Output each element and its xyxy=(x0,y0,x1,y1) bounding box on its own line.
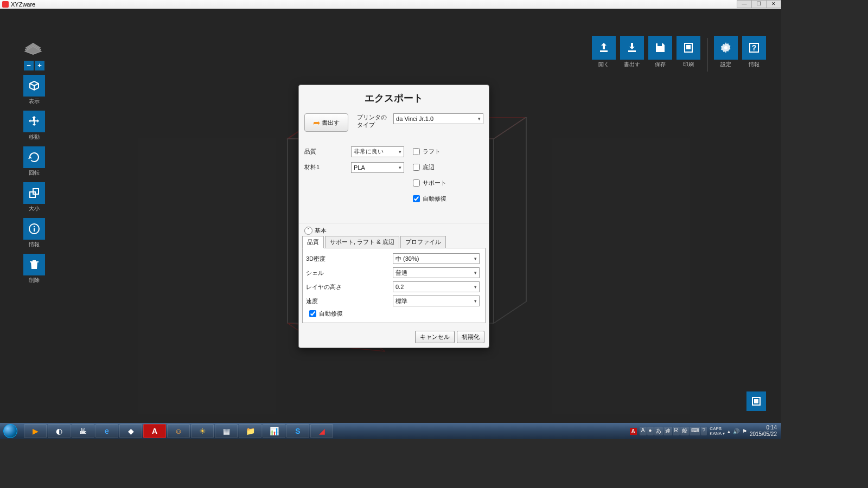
taskbar: ▶ ◐ 🖶 e ◆ A ☺ ☀ ▦ 📁 📊 S ◢ A A●あ連R般⌨? CAP… xyxy=(0,423,781,439)
taskbar-chrome[interactable]: ◐ xyxy=(48,424,71,438)
reset-button[interactable]: 初期化 xyxy=(457,331,484,343)
save-label: 保存 xyxy=(648,61,672,68)
about-label: 情報 xyxy=(742,61,766,68)
autorepair2-checkbox[interactable] xyxy=(309,310,316,317)
layer-label: レイヤの高さ xyxy=(306,283,393,291)
svg-rect-29 xyxy=(754,399,758,403)
delete-button[interactable] xyxy=(23,254,45,275)
close-button[interactable]: ✕ xyxy=(766,0,781,8)
export-dialog: エクスポート ➦書出す プリンタのタイプ da Vinci Jr.1.0 品質 … xyxy=(298,85,489,348)
move-button[interactable] xyxy=(23,111,45,132)
svg-rect-21 xyxy=(600,50,608,52)
logo-icon xyxy=(23,41,43,55)
shell-label: シェル xyxy=(306,269,393,277)
shell-select[interactable]: 普通 xyxy=(393,267,480,278)
tray-flag-icon[interactable]: ⚑ xyxy=(742,428,747,434)
printer-type-select[interactable]: da Vinci Jr.1.0 xyxy=(393,113,483,124)
support-checkbox[interactable] xyxy=(413,179,420,187)
tray-volume-icon[interactable]: 🔊 xyxy=(733,428,739,434)
dialog-title: エクスポート xyxy=(299,85,489,111)
clock[interactable]: 0:142015/05/22 xyxy=(750,425,777,438)
speed-label: 速度 xyxy=(306,297,393,305)
open-button[interactable] xyxy=(592,36,616,60)
export-button[interactable] xyxy=(620,36,644,60)
system-tray: A A●あ連R般⌨? CAPSKANA ▾ ▴ 🔊 ⚑ 0:142015/05/… xyxy=(630,425,781,438)
taskbar-xyzware[interactable]: ◢ xyxy=(310,424,333,438)
raft-checkbox[interactable] xyxy=(413,148,420,155)
quality-label: 品質 xyxy=(304,147,347,156)
taskbar-explorer[interactable]: 📁 xyxy=(239,424,261,438)
autorepair-checkbox[interactable] xyxy=(413,195,420,202)
start-button[interactable] xyxy=(0,423,21,439)
zoom-out-button[interactable]: − xyxy=(24,61,34,70)
taskbar-app4[interactable]: ▦ xyxy=(215,424,238,438)
about-button[interactable]: ? xyxy=(742,36,766,60)
info-button[interactable] xyxy=(23,218,45,240)
print-label: 印刷 xyxy=(676,61,700,68)
viewport: − + 表示 移動 回転 大小 情報 削除 開く 書出す 保存 印刷 設定 ?情… xyxy=(0,9,781,423)
tab-support[interactable]: サポート, ラフト & 底辺 xyxy=(325,236,399,248)
basic-label: 基本 xyxy=(315,227,327,235)
material-select[interactable]: PLA xyxy=(351,162,404,173)
svg-rect-24 xyxy=(686,45,691,49)
svg-rect-20 xyxy=(34,228,35,232)
panel-toggle-button[interactable] xyxy=(746,391,766,411)
cancel-button[interactable]: キャンセル xyxy=(415,331,455,343)
layer-select[interactable]: 0.2 xyxy=(393,281,480,292)
tray-adobe-icon[interactable]: A xyxy=(630,428,637,435)
info-label: 情報 xyxy=(23,241,46,248)
window-title: XYZware xyxy=(11,1,35,8)
settings-label: 設定 xyxy=(714,61,738,68)
quality-select[interactable]: 非常に良い xyxy=(351,146,404,157)
view-button[interactable] xyxy=(23,75,45,97)
taskbar-skype[interactable]: S xyxy=(286,424,309,438)
brim-checkbox[interactable] xyxy=(413,164,420,171)
svg-text:?: ? xyxy=(752,43,757,52)
open-label: 開く xyxy=(592,61,616,68)
caps-kana: CAPSKANA ▾ xyxy=(710,426,725,436)
tab-quality[interactable]: 品質 xyxy=(302,236,324,248)
windows-orb-icon xyxy=(3,424,17,438)
tray-up-icon[interactable]: ▴ xyxy=(727,428,730,434)
right-toolbar: 開く 書出す 保存 印刷 設定 ?情報 xyxy=(592,36,766,74)
titlebar: XYZware — ❐ ✕ xyxy=(0,0,781,9)
view-label: 表示 xyxy=(23,98,46,105)
minimize-button[interactable]: — xyxy=(737,0,752,8)
collapse-toggle[interactable]: ˄ xyxy=(304,227,312,235)
printer-type-label: プリンタのタイプ xyxy=(357,113,389,129)
taskbar-app1[interactable]: ◆ xyxy=(119,424,142,438)
density-select[interactable]: 中 (30%) xyxy=(393,253,480,264)
print-button[interactable] xyxy=(676,36,700,60)
left-toolbar: − + 表示 移動 回転 大小 情報 削除 xyxy=(23,41,46,290)
tab-panel: 3D密度中 (30%) シェル普通 レイヤの高さ0.2 速度標準 自動修復 xyxy=(302,248,486,323)
density-label: 3D密度 xyxy=(306,255,393,263)
scale-button[interactable] xyxy=(23,182,45,204)
svg-point-19 xyxy=(34,226,35,227)
settings-button[interactable] xyxy=(714,36,738,60)
taskbar-ie[interactable]: e xyxy=(95,424,118,438)
scale-label: 大小 xyxy=(23,205,46,213)
rotate-label: 回転 xyxy=(23,169,46,177)
move-label: 移動 xyxy=(23,133,46,141)
taskbar-app5[interactable]: 📊 xyxy=(263,424,285,438)
taskbar-app3[interactable]: ☀ xyxy=(191,424,214,438)
taskbar-app2[interactable]: ☺ xyxy=(167,424,190,438)
taskbar-adobe[interactable]: A xyxy=(143,424,166,438)
rotate-button[interactable] xyxy=(23,146,45,168)
svg-rect-22 xyxy=(628,50,636,52)
delete-label: 削除 xyxy=(23,277,46,284)
speed-select[interactable]: 標準 xyxy=(393,296,480,306)
export-label: 書出す xyxy=(620,61,644,68)
tab-profile[interactable]: プロファイル xyxy=(400,236,446,248)
zoom-in-button[interactable]: + xyxy=(35,61,44,70)
maximize-button[interactable]: ❐ xyxy=(751,0,767,8)
taskbar-media[interactable]: ▶ xyxy=(24,424,47,438)
ime-bar[interactable]: A●あ連R般⌨? xyxy=(640,427,707,435)
material-label: 材料1 xyxy=(304,163,347,171)
app-icon xyxy=(2,1,9,8)
export-arrow-icon: ➦ xyxy=(313,118,320,128)
export-action-button[interactable]: ➦書出す xyxy=(304,113,348,132)
save-button[interactable] xyxy=(648,36,672,60)
taskbar-printer[interactable]: 🖶 xyxy=(72,424,94,438)
